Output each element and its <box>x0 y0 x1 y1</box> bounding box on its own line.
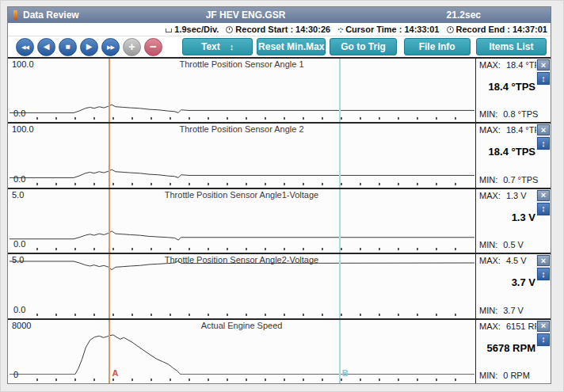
cursor-time-label: Cursor Time : <box>345 25 402 34</box>
panel-buttons: × ↕ <box>537 59 550 85</box>
step-back-button[interactable]: ◀ <box>37 38 55 56</box>
scale-min-label: 0.0 <box>13 305 25 314</box>
record-info-row: 1.9sec/Div. Record Start : 14:30:26 ·:· … <box>8 23 551 36</box>
app-icon <box>13 10 17 20</box>
signal-panel: 8000 Actual Engine Speed 0 AB MAX: 6151 … <box>8 318 551 383</box>
current-value: 3.7 V <box>512 276 535 288</box>
cursor-b-line[interactable] <box>339 254 341 318</box>
cursor-dots-icon: ·:· <box>337 25 343 34</box>
cursor-a-line[interactable] <box>109 320 110 383</box>
chart-area[interactable]: 5.0 Throttle Position Sensor Angle2-Volt… <box>8 254 475 318</box>
close-panel-button[interactable]: × <box>537 190 550 201</box>
items-list-button[interactable]: Items List <box>476 38 547 55</box>
max-label: MAX: <box>479 60 501 70</box>
close-panel-button[interactable]: × <box>537 255 550 266</box>
max-row: MAX: 18.4 °TPS <box>479 125 546 135</box>
zoom-out-icon: − <box>150 40 157 52</box>
cursor-time: ·:· Cursor Time : 14:33:01 <box>337 25 439 34</box>
cursor-b-label: B <box>342 368 349 378</box>
step-back-icon: ◀ <box>44 43 50 51</box>
max-value: 4.5 V <box>506 256 527 265</box>
chart-area[interactable]: 100.0 Throttle Position Sensor Angle 1 0… <box>8 59 475 122</box>
x-axis-ticks <box>36 379 473 381</box>
display-mode-dropdown[interactable]: Text ↕ <box>182 38 253 55</box>
min-row: MIN: 0.7 °TPS <box>479 175 538 185</box>
playback-buttons: ◀◀◀■▶▶▶+− <box>16 38 166 56</box>
signal-panels: 100.0 Throttle Position Sensor Angle 1 0… <box>8 57 551 383</box>
reset-minmax-button[interactable]: Reset Min.Max <box>257 38 326 55</box>
min-label: MIN: <box>479 306 497 315</box>
fast-rewind-button[interactable]: ◀◀ <box>16 38 34 56</box>
chart-title: Actual Engine Speed <box>201 321 283 330</box>
min-row: MIN: 0 RPM <box>479 371 530 380</box>
min-label: MIN: <box>479 175 497 185</box>
reorder-panel-button[interactable]: ↕ <box>537 72 550 85</box>
screen-frame: Data Review JF HEV ENG.GSR 21.2sec 1.9se… <box>0 0 564 392</box>
up-down-arrow-icon: ↕ <box>541 139 546 148</box>
value-column: MAX: 6151 RPM 5678 RPM MIN: 0 RPM × ↕ <box>475 320 551 383</box>
fast-forward-icon: ▶▶ <box>107 44 114 50</box>
stop-icon: ■ <box>65 43 70 51</box>
current-value: 18.4 °TPS <box>489 146 535 158</box>
value-column: MAX: 18.4 °TPS 18.4 °TPS MIN: 0.7 °TPS ×… <box>475 124 551 187</box>
window-title: Data Review <box>23 10 79 21</box>
cursor-a-line[interactable] <box>109 189 110 253</box>
record-duration: 21.2sec <box>447 10 481 21</box>
file-info-button[interactable]: File Info <box>404 38 471 55</box>
play-button[interactable]: ▶ <box>80 38 98 56</box>
min-label: MIN: <box>479 109 497 119</box>
min-value: 0.5 V <box>503 240 524 249</box>
stop-button[interactable]: ■ <box>59 38 77 56</box>
cursor-b-line[interactable] <box>339 59 341 122</box>
chart-area[interactable]: 5.0 Throttle Position Sensor Angle1-Volt… <box>8 189 475 253</box>
panel-buttons: × ↕ <box>537 190 550 215</box>
clock-icon <box>226 26 233 33</box>
cursor-a-line[interactable] <box>109 254 110 318</box>
reorder-panel-button[interactable]: ↕ <box>537 137 550 150</box>
up-down-arrow-icon: ↕ <box>541 335 546 344</box>
signal-panel: 5.0 Throttle Position Sensor Angle1-Volt… <box>8 188 551 253</box>
close-panel-button[interactable]: × <box>537 321 550 332</box>
dropdown-updown-icon: ↕ <box>230 42 234 51</box>
close-panel-button[interactable]: × <box>537 124 550 135</box>
reorder-panel-button[interactable]: ↕ <box>537 333 550 346</box>
cursor-b-line[interactable] <box>339 124 341 187</box>
data-review-window: Data Review JF HEV ENG.GSR 21.2sec 1.9se… <box>7 6 551 384</box>
value-column: MAX: 1.3 V 1.3 V MIN: 0.5 V × ↕ <box>475 189 551 253</box>
x-axis-ticks <box>36 183 473 185</box>
chart-title: Throttle Position Sensor Angle 2 <box>179 124 303 134</box>
reorder-panel-button[interactable]: ↕ <box>537 203 550 215</box>
chart-area[interactable]: 8000 Actual Engine Speed 0 AB <box>8 320 475 383</box>
current-value: 18.4 °TPS <box>489 81 535 93</box>
record-start-label: Record Start : <box>235 25 293 34</box>
cursor-b-line[interactable] <box>339 189 341 253</box>
zoom-out-button[interactable]: − <box>144 38 162 56</box>
zoom-in-button[interactable]: + <box>123 38 141 56</box>
close-icon: × <box>541 257 546 265</box>
fast-forward-button[interactable]: ▶▶ <box>101 38 120 56</box>
title-bar: Data Review JF HEV ENG.GSR 21.2sec <box>8 7 551 23</box>
cursor-a-line[interactable] <box>109 59 110 122</box>
sec-per-div-value: 1.9sec/Div. <box>174 25 219 34</box>
up-down-arrow-icon: ↕ <box>541 270 546 279</box>
min-value: 3.7 V <box>503 306 524 315</box>
scale-min-label: 0.0 <box>13 174 25 184</box>
chart-area[interactable]: 100.0 Throttle Position Sensor Angle 2 0… <box>8 124 475 187</box>
close-panel-button[interactable]: × <box>537 59 550 70</box>
reorder-panel-button[interactable]: ↕ <box>537 268 550 280</box>
max-row: MAX: 1.3 V <box>479 191 527 200</box>
play-icon: ▶ <box>86 43 93 51</box>
min-value: 0 RPM <box>503 371 530 380</box>
min-value: 0.8 °TPS <box>503 109 538 119</box>
chart-title: Throttle Position Sensor Angle1-Voltage <box>165 190 318 200</box>
cursor-b-line[interactable] <box>339 320 341 383</box>
min-row: MIN: 3.7 V <box>479 306 524 315</box>
min-row: MIN: 0.8 °TPS <box>479 109 538 119</box>
scale-min-label: 0 <box>13 370 18 379</box>
cursor-time-value: 14:33:01 <box>404 25 439 34</box>
max-value: 1.3 V <box>506 191 527 200</box>
cursor-a-line[interactable] <box>109 124 110 187</box>
chart-title: Throttle Position Sensor Angle2-Voltage <box>165 255 318 265</box>
x-axis-ticks <box>36 248 473 250</box>
go-to-trig-button[interactable]: Go to Trig <box>330 38 396 55</box>
